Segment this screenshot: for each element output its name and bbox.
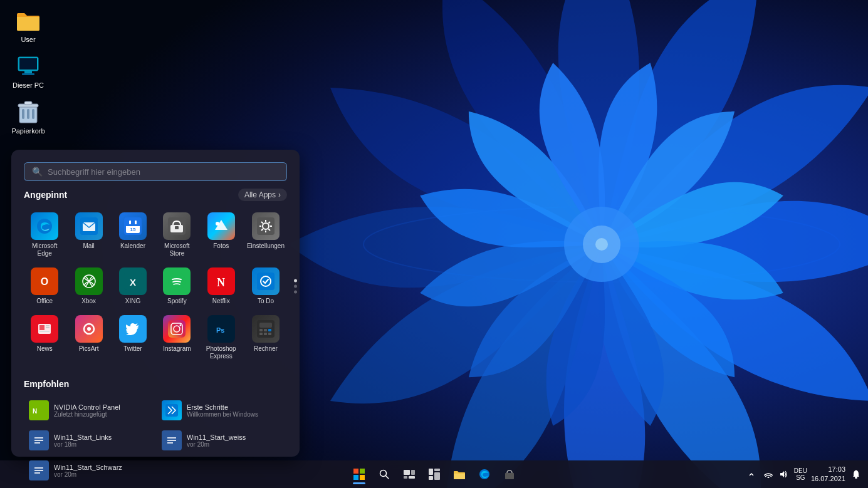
app-edge[interactable]: Microsoft Edge [24,209,65,261]
network-icon[interactable] [761,463,775,485]
app-xbox[interactable]: Xbox [68,264,109,309]
app-picsart[interactable]: PicsArt [68,311,109,364]
win11-weiss-icon [162,430,182,450]
svg-rect-89 [404,470,410,475]
svg-text:X: X [130,277,136,288]
win11-weiss-time: vor 20m [187,441,246,448]
svg-rect-63 [268,329,271,331]
rec-item-nvidia[interactable]: N NVIDIA Control Panel Zuletzt hinzugefü… [24,397,154,424]
svg-rect-72 [34,442,40,444]
start-button[interactable] [348,463,370,485]
rec-item-win11-schwarz[interactable]: Win11_Start_Schwarz vor 20m [24,457,154,484]
page-dot-3 [294,291,297,294]
svg-rect-70 [34,437,43,439]
office-label: Office [36,298,53,305]
desktop-icon-this-pc[interactable]: Dieser PC [6,52,50,91]
svg-text:N: N [33,408,37,415]
rechner-icon [252,315,280,343]
svg-rect-62 [264,329,267,331]
notification-button[interactable] [849,463,863,485]
twitter-label: Twitter [123,345,142,353]
store-icon [163,212,191,240]
app-calendar[interactable]: 15 Kalender [112,209,154,261]
win11-links-icon [29,430,49,450]
desktop-icon-user[interactable]: User [6,6,50,46]
svg-rect-96 [429,476,433,480]
svg-point-56 [180,324,182,326]
app-store[interactable]: Microsoft Store [156,209,197,261]
svg-rect-21 [129,221,131,224]
svg-rect-46 [39,325,44,330]
app-todo[interactable]: To Do [244,264,287,309]
volume-icon[interactable] [776,463,790,485]
app-xing[interactable]: X XING [112,264,154,309]
nvidia-icon: N [29,400,49,420]
svg-rect-79 [34,470,43,471]
recommended-section-header: Empfohlen [24,379,287,389]
app-photoshop[interactable]: Ps Photoshop Express [201,311,242,364]
taskbar-edge-button[interactable] [473,463,496,485]
win11-weiss-name: Win11_Start_weiss [187,433,246,441]
photos-icon [207,212,235,240]
taskbar-widgets-button[interactable] [423,463,446,485]
desktop-icons: User Dieser PC [6,6,50,137]
svg-rect-20 [126,222,140,226]
taskbar-store-button[interactable] [498,463,521,485]
win11-schwarz-time: vor 20m [54,471,122,478]
taskbar-overflow-button[interactable] [745,468,758,480]
taskbar-explorer-button[interactable] [448,463,471,485]
app-settings[interactable]: Einstellungen [244,209,287,261]
language-indicator[interactable]: DEU SG [794,467,807,481]
win11-schwarz-name: Win11_Start_Schwarz [54,464,122,471]
svg-rect-12 [32,109,34,119]
rec-item-win11-weiss[interactable]: Win11_Start_weiss vor 20m [157,427,287,454]
alle-apps-button[interactable]: Alle Apps › [238,189,287,201]
svg-rect-7 [24,71,32,73]
photoshop-label: Photoshop Express [203,345,239,360]
app-news[interactable]: News [24,311,65,364]
svg-point-29 [216,222,219,226]
taskbar-clock[interactable]: 17:03 16.07.2021 [811,465,845,484]
taskbar-search-button[interactable] [373,463,395,485]
app-spotify[interactable]: Spotify [156,264,197,309]
svg-rect-47 [46,325,50,326]
app-mail[interactable]: Mail [68,209,109,261]
user-folder-label: User [21,36,35,43]
svg-rect-90 [411,470,415,475]
svg-rect-65 [264,333,267,335]
svg-rect-92 [409,476,415,479]
app-photos[interactable]: Fotos [201,209,242,261]
pinned-section-header: Angepinnt Alle Apps › [24,189,287,201]
app-instagram[interactable]: Instagram [156,311,197,364]
app-twitter[interactable]: Twitter [112,311,154,364]
pinned-apps-grid: Microsoft Edge Mail 15 Kalender [24,209,287,364]
system-tray [761,463,790,485]
xing-icon: X [119,267,147,295]
svg-rect-71 [34,440,43,441]
app-netflix[interactable]: N Netflix [201,264,242,309]
app-rechner[interactable]: Rechner [244,311,287,364]
svg-text:15: 15 [130,227,136,232]
svg-rect-86 [360,475,365,480]
search-bar[interactable]: 🔍 Suchbegriff hier eingeben [24,162,287,181]
rec-item-win11-links[interactable]: Win11_Start_Links vor 18m [24,427,154,454]
office-icon: O [31,267,58,295]
erste-schritte-icon [162,400,182,420]
page-dot-1 [294,279,297,283]
svg-rect-64 [259,333,263,335]
svg-text:Ps: Ps [216,326,224,334]
svg-rect-95 [434,472,440,480]
taskbar-taskview-button[interactable] [398,463,421,485]
win11-links-time: vor 18m [54,441,112,448]
erste-name: Erste Schritte [187,403,258,411]
svg-rect-61 [259,329,263,331]
app-office[interactable]: O Office [24,264,65,309]
svg-rect-76 [167,442,173,444]
desktop-icon-recycle-bin[interactable]: Papierkorb [6,98,50,137]
search-placeholder: Suchbegriff hier eingeben [48,167,279,177]
svg-rect-60 [259,323,272,328]
recycle-bin-label: Papierkorb [11,127,44,135]
settings-icon [252,212,280,240]
rec-item-erste-schritte[interactable]: Erste Schritte Willkommen bei Windows [157,397,287,424]
svg-rect-91 [404,476,407,479]
